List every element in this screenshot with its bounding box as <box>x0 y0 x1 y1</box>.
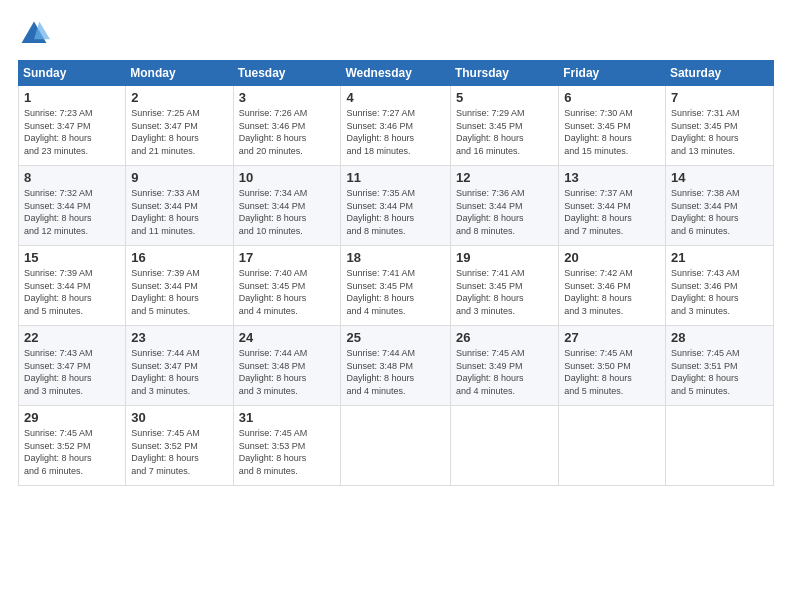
weekday-header: Saturday <box>665 61 773 86</box>
day-number: 2 <box>131 90 227 105</box>
calendar-cell: 4Sunrise: 7:27 AMSunset: 3:46 PMDaylight… <box>341 86 450 166</box>
day-info: Sunrise: 7:41 AMSunset: 3:45 PMDaylight:… <box>456 267 553 317</box>
day-number: 29 <box>24 410 120 425</box>
day-number: 1 <box>24 90 120 105</box>
day-number: 28 <box>671 330 768 345</box>
calendar-week-row: 15Sunrise: 7:39 AMSunset: 3:44 PMDayligh… <box>19 246 774 326</box>
day-info: Sunrise: 7:39 AMSunset: 3:44 PMDaylight:… <box>131 267 227 317</box>
calendar-cell: 7Sunrise: 7:31 AMSunset: 3:45 PMDaylight… <box>665 86 773 166</box>
weekday-header: Friday <box>559 61 666 86</box>
calendar-cell: 11Sunrise: 7:35 AMSunset: 3:44 PMDayligh… <box>341 166 450 246</box>
day-info: Sunrise: 7:45 AMSunset: 3:52 PMDaylight:… <box>24 427 120 477</box>
day-info: Sunrise: 7:41 AMSunset: 3:45 PMDaylight:… <box>346 267 444 317</box>
day-number: 21 <box>671 250 768 265</box>
calendar-cell <box>341 406 450 486</box>
day-info: Sunrise: 7:29 AMSunset: 3:45 PMDaylight:… <box>456 107 553 157</box>
day-info: Sunrise: 7:45 AMSunset: 3:50 PMDaylight:… <box>564 347 660 397</box>
calendar-cell: 28Sunrise: 7:45 AMSunset: 3:51 PMDayligh… <box>665 326 773 406</box>
day-info: Sunrise: 7:45 AMSunset: 3:49 PMDaylight:… <box>456 347 553 397</box>
day-number: 24 <box>239 330 336 345</box>
day-info: Sunrise: 7:43 AMSunset: 3:47 PMDaylight:… <box>24 347 120 397</box>
calendar-cell: 3Sunrise: 7:26 AMSunset: 3:46 PMDaylight… <box>233 86 341 166</box>
weekday-header-row: SundayMondayTuesdayWednesdayThursdayFrid… <box>19 61 774 86</box>
calendar-cell: 14Sunrise: 7:38 AMSunset: 3:44 PMDayligh… <box>665 166 773 246</box>
calendar-cell: 30Sunrise: 7:45 AMSunset: 3:52 PMDayligh… <box>126 406 233 486</box>
day-number: 9 <box>131 170 227 185</box>
day-info: Sunrise: 7:35 AMSunset: 3:44 PMDaylight:… <box>346 187 444 237</box>
day-number: 10 <box>239 170 336 185</box>
calendar-cell: 6Sunrise: 7:30 AMSunset: 3:45 PMDaylight… <box>559 86 666 166</box>
day-info: Sunrise: 7:32 AMSunset: 3:44 PMDaylight:… <box>24 187 120 237</box>
calendar-cell <box>559 406 666 486</box>
calendar-cell: 26Sunrise: 7:45 AMSunset: 3:49 PMDayligh… <box>450 326 558 406</box>
day-info: Sunrise: 7:31 AMSunset: 3:45 PMDaylight:… <box>671 107 768 157</box>
calendar-cell: 18Sunrise: 7:41 AMSunset: 3:45 PMDayligh… <box>341 246 450 326</box>
day-info: Sunrise: 7:43 AMSunset: 3:46 PMDaylight:… <box>671 267 768 317</box>
day-number: 8 <box>24 170 120 185</box>
day-number: 5 <box>456 90 553 105</box>
day-info: Sunrise: 7:44 AMSunset: 3:48 PMDaylight:… <box>239 347 336 397</box>
calendar-cell: 25Sunrise: 7:44 AMSunset: 3:48 PMDayligh… <box>341 326 450 406</box>
calendar-cell: 1Sunrise: 7:23 AMSunset: 3:47 PMDaylight… <box>19 86 126 166</box>
day-number: 16 <box>131 250 227 265</box>
general-blue-icon <box>18 18 50 50</box>
calendar-cell: 19Sunrise: 7:41 AMSunset: 3:45 PMDayligh… <box>450 246 558 326</box>
day-number: 11 <box>346 170 444 185</box>
day-info: Sunrise: 7:34 AMSunset: 3:44 PMDaylight:… <box>239 187 336 237</box>
day-info: Sunrise: 7:38 AMSunset: 3:44 PMDaylight:… <box>671 187 768 237</box>
day-number: 23 <box>131 330 227 345</box>
day-number: 31 <box>239 410 336 425</box>
calendar-cell: 12Sunrise: 7:36 AMSunset: 3:44 PMDayligh… <box>450 166 558 246</box>
day-info: Sunrise: 7:23 AMSunset: 3:47 PMDaylight:… <box>24 107 120 157</box>
day-info: Sunrise: 7:45 AMSunset: 3:53 PMDaylight:… <box>239 427 336 477</box>
calendar-cell: 9Sunrise: 7:33 AMSunset: 3:44 PMDaylight… <box>126 166 233 246</box>
day-number: 27 <box>564 330 660 345</box>
calendar-cell: 23Sunrise: 7:44 AMSunset: 3:47 PMDayligh… <box>126 326 233 406</box>
calendar-week-row: 29Sunrise: 7:45 AMSunset: 3:52 PMDayligh… <box>19 406 774 486</box>
header <box>18 18 774 50</box>
calendar-cell: 20Sunrise: 7:42 AMSunset: 3:46 PMDayligh… <box>559 246 666 326</box>
day-info: Sunrise: 7:40 AMSunset: 3:45 PMDaylight:… <box>239 267 336 317</box>
day-number: 18 <box>346 250 444 265</box>
day-info: Sunrise: 7:26 AMSunset: 3:46 PMDaylight:… <box>239 107 336 157</box>
day-number: 6 <box>564 90 660 105</box>
calendar-cell: 22Sunrise: 7:43 AMSunset: 3:47 PMDayligh… <box>19 326 126 406</box>
calendar-cell: 29Sunrise: 7:45 AMSunset: 3:52 PMDayligh… <box>19 406 126 486</box>
weekday-header: Wednesday <box>341 61 450 86</box>
logo <box>18 18 56 50</box>
calendar-cell: 21Sunrise: 7:43 AMSunset: 3:46 PMDayligh… <box>665 246 773 326</box>
day-number: 7 <box>671 90 768 105</box>
day-number: 30 <box>131 410 227 425</box>
day-number: 13 <box>564 170 660 185</box>
calendar-cell: 10Sunrise: 7:34 AMSunset: 3:44 PMDayligh… <box>233 166 341 246</box>
calendar-cell: 2Sunrise: 7:25 AMSunset: 3:47 PMDaylight… <box>126 86 233 166</box>
weekday-header: Monday <box>126 61 233 86</box>
calendar-cell: 31Sunrise: 7:45 AMSunset: 3:53 PMDayligh… <box>233 406 341 486</box>
day-info: Sunrise: 7:37 AMSunset: 3:44 PMDaylight:… <box>564 187 660 237</box>
day-info: Sunrise: 7:45 AMSunset: 3:51 PMDaylight:… <box>671 347 768 397</box>
calendar-cell <box>665 406 773 486</box>
day-info: Sunrise: 7:42 AMSunset: 3:46 PMDaylight:… <box>564 267 660 317</box>
calendar-cell: 13Sunrise: 7:37 AMSunset: 3:44 PMDayligh… <box>559 166 666 246</box>
day-number: 15 <box>24 250 120 265</box>
day-info: Sunrise: 7:44 AMSunset: 3:48 PMDaylight:… <box>346 347 444 397</box>
calendar-cell <box>450 406 558 486</box>
day-info: Sunrise: 7:25 AMSunset: 3:47 PMDaylight:… <box>131 107 227 157</box>
day-info: Sunrise: 7:27 AMSunset: 3:46 PMDaylight:… <box>346 107 444 157</box>
calendar-cell: 27Sunrise: 7:45 AMSunset: 3:50 PMDayligh… <box>559 326 666 406</box>
day-number: 14 <box>671 170 768 185</box>
weekday-header: Tuesday <box>233 61 341 86</box>
day-number: 19 <box>456 250 553 265</box>
calendar-cell: 16Sunrise: 7:39 AMSunset: 3:44 PMDayligh… <box>126 246 233 326</box>
day-info: Sunrise: 7:30 AMSunset: 3:45 PMDaylight:… <box>564 107 660 157</box>
calendar-cell: 24Sunrise: 7:44 AMSunset: 3:48 PMDayligh… <box>233 326 341 406</box>
day-number: 3 <box>239 90 336 105</box>
calendar-cell: 8Sunrise: 7:32 AMSunset: 3:44 PMDaylight… <box>19 166 126 246</box>
weekday-header: Sunday <box>19 61 126 86</box>
day-number: 26 <box>456 330 553 345</box>
day-number: 22 <box>24 330 120 345</box>
day-info: Sunrise: 7:36 AMSunset: 3:44 PMDaylight:… <box>456 187 553 237</box>
calendar: SundayMondayTuesdayWednesdayThursdayFrid… <box>18 60 774 486</box>
calendar-cell: 17Sunrise: 7:40 AMSunset: 3:45 PMDayligh… <box>233 246 341 326</box>
day-number: 17 <box>239 250 336 265</box>
